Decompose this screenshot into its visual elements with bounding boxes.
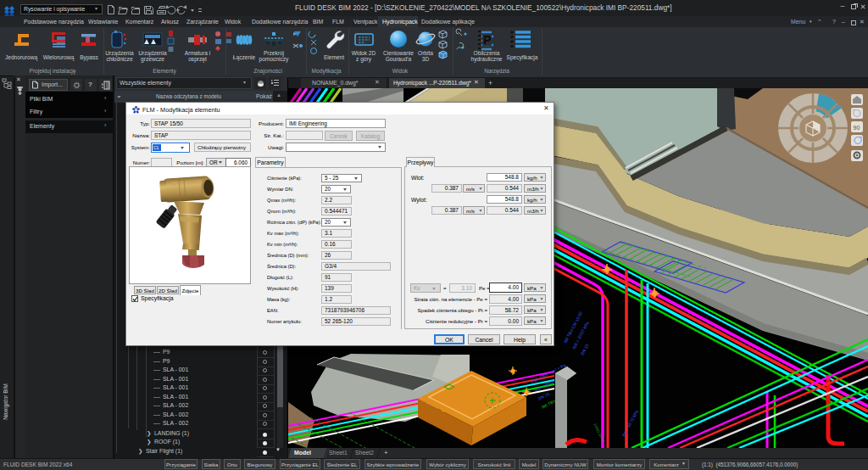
svg-text:90: 90 xyxy=(854,125,860,131)
svg-text:P: P xyxy=(483,33,491,47)
